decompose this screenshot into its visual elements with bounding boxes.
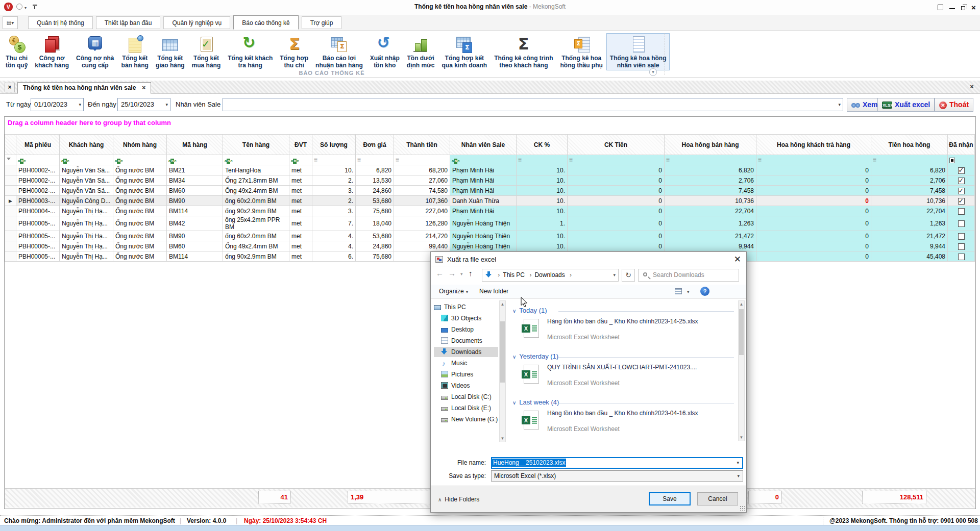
table-cell[interactable]: 0 [568, 241, 665, 251]
table-cell[interactable]: 0 [568, 186, 665, 196]
file-name-input[interactable]: HueHong__25102023.xlsx ▾ [491, 457, 743, 469]
table-cell[interactable]: ống 60x2.0mm BM [223, 196, 289, 206]
chevron-down-icon[interactable]: ▾ [737, 458, 739, 468]
table-cell[interactable]: 75,680 [356, 206, 394, 216]
table-cell[interactable]: BM90 [167, 231, 223, 241]
menu-tab[interactable]: Quản trị hệ thống [28, 16, 93, 29]
chevron-down-icon[interactable]: ∨ [512, 308, 516, 314]
chevron-down-icon[interactable]: ∨ [512, 354, 516, 360]
close-button[interactable]: × [971, 5, 977, 10]
ribbon-collapse-button[interactable]: ▾ [649, 68, 657, 76]
breadcrumb-downloads[interactable]: Downloads [534, 271, 565, 279]
table-cell[interactable]: 21,472 [871, 231, 948, 241]
ribbon-item[interactable]: Tổng kết mua hàng [188, 33, 225, 70]
checkbox-checked-icon[interactable] [958, 167, 965, 174]
table-cell[interactable]: Nguyễn Thị Hạ... [60, 241, 113, 251]
checkbox-unchecked-icon[interactable] [958, 220, 965, 227]
table-cell[interactable]: BM90 [167, 196, 223, 206]
table-cell[interactable]: 6,820 [871, 165, 948, 175]
filter-cell[interactable]: abc [16, 155, 60, 165]
table-cell[interactable]: BM21 [167, 165, 223, 175]
table-cell[interactable]: Ống nước BM [113, 241, 167, 251]
sidebar-item[interactable]: Downloads [434, 347, 498, 357]
table-row[interactable]: PBH00005-...Nguyễn Thị Hạ...Ống nước BMB… [5, 241, 975, 251]
menu-tab[interactable]: Trợ giúp [302, 16, 342, 29]
table-cell[interactable]: 10. [517, 241, 568, 251]
to-date-input[interactable]: 25/10/2023▾ [117, 98, 170, 111]
table-cell[interactable]: met [289, 231, 312, 241]
table-cell[interactable]: Ống 49x2.4mm BM [223, 186, 289, 196]
table-cell[interactable]: met [289, 241, 312, 251]
table-cell[interactable]: 1,263 [871, 216, 948, 231]
table-cell[interactable]: 214,720 [394, 231, 450, 241]
hide-folders-button[interactable]: ∧Hide Folders [438, 496, 479, 503]
focused-cell[interactable]: 0 [756, 196, 871, 206]
table-cell[interactable]: PBH00005-... [16, 241, 60, 251]
table-cell[interactable]: Ống nước BM [113, 206, 167, 216]
table-cell[interactable]: BM60 [167, 241, 223, 251]
sidebar-item[interactable]: Pictures [434, 369, 498, 380]
table-cell[interactable]: met [289, 196, 312, 206]
table-cell[interactable]: 10. [312, 165, 356, 175]
table-cell[interactable]: Nguyễn Hoàng Thiện [450, 231, 517, 241]
table-row[interactable]: PBH00002-...Nguyễn Văn Sá...Ống nước BMB… [5, 186, 975, 196]
table-cell[interactable]: 53,680 [356, 196, 394, 206]
table-cell[interactable]: PBH00005-... [16, 251, 60, 262]
table-cell[interactable]: Ống nước BM [113, 186, 167, 196]
table-cell[interactable]: Nguyễn Thị Hạ... [60, 231, 113, 241]
filter-cell[interactable]: abc [289, 155, 312, 165]
table-cell[interactable]: 0 [756, 216, 871, 231]
table-cell[interactable]: 7,458 [871, 186, 948, 196]
column-header[interactable]: Hoa hồng bán hàng [665, 135, 756, 155]
ribbon-item[interactable]: Thống kê hoa hồng nhân viên sale [606, 33, 670, 70]
checkbox-unchecked-icon[interactable] [958, 208, 965, 215]
table-row[interactable]: PBH00005-...Nguyễn Thị Hạ...Ống nước BMB… [5, 216, 975, 231]
filter-cell[interactable]: = [517, 155, 568, 165]
table-cell[interactable]: Phạm Minh Hải [450, 186, 517, 196]
table-cell[interactable]: PBH00003-... [16, 196, 60, 206]
menu-tab[interactable]: Thiết lập ban đầu [96, 16, 161, 29]
save-button[interactable]: Save [649, 492, 691, 505]
sidebar-item[interactable]: Music [434, 358, 498, 368]
received-cell[interactable] [948, 165, 975, 175]
table-cell[interactable]: met [289, 216, 312, 231]
file-item[interactable]: Hàng tồn kho ban đầu _ Kho Kho chính2023… [512, 410, 727, 440]
export-excel-button[interactable]: XLSXXuất excel [877, 98, 935, 112]
table-row[interactable]: PBH00005-...Nguyễn Thị Hạ...Ống nước BMB… [5, 231, 975, 241]
table-cell[interactable]: 13,530 [356, 175, 394, 186]
table-cell[interactable]: 126,280 [394, 216, 450, 231]
table-cell[interactable]: 107,360 [394, 196, 450, 206]
filter-cell[interactable]: = [665, 155, 756, 165]
table-cell[interactable]: 2. [312, 196, 356, 206]
filter-cell[interactable] [948, 155, 975, 165]
chevron-down-icon[interactable]: ▾ [165, 98, 168, 111]
table-cell[interactable]: Ống nước BM [113, 231, 167, 241]
table-cell[interactable]: 6,820 [665, 165, 756, 175]
table-cell[interactable]: Danh Xuân Thừa [450, 196, 517, 206]
table-cell[interactable]: TenHangHoa [223, 165, 289, 175]
table-cell[interactable]: Ống 49x2.4mm BM [223, 241, 289, 251]
table-cell[interactable]: Nguyễn Hoàng Thiện [450, 216, 517, 231]
table-cell[interactable]: 2,706 [665, 175, 756, 186]
table-cell[interactable]: 10. [517, 196, 568, 206]
table-cell[interactable]: 24,860 [356, 186, 394, 196]
table-cell[interactable]: Nguyễn Hoàng Thiện [450, 241, 517, 251]
filter-cell[interactable]: = [312, 155, 356, 165]
column-header[interactable]: CK Tiền [568, 135, 665, 155]
table-cell[interactable]: 10. [517, 186, 568, 196]
table-cell[interactable]: 75,680 [356, 251, 394, 262]
table-cell[interactable]: 4. [312, 231, 356, 241]
breadcrumb-this-pc[interactable]: This PC [503, 271, 525, 279]
table-cell[interactable]: 0 [568, 206, 665, 216]
chevron-down-icon[interactable]: ▾ [613, 269, 616, 281]
table-cell[interactable]: 9,944 [871, 241, 948, 251]
ribbon-item[interactable]: Thống kê công trình theo khách hàng [491, 33, 556, 70]
forward-icon[interactable]: → [448, 269, 456, 277]
ribbon-item[interactable]: Tổng kết giao hàng [152, 33, 188, 70]
column-header[interactable]: Mã phiếu [16, 135, 60, 155]
help-icon[interactable]: ? [700, 287, 709, 296]
table-cell[interactable]: 0 [568, 216, 665, 231]
filter-cell[interactable]: = [871, 155, 948, 165]
app-menu-button[interactable]: ▤▾ [3, 16, 18, 29]
sidebar-item[interactable]: Videos [434, 381, 498, 391]
